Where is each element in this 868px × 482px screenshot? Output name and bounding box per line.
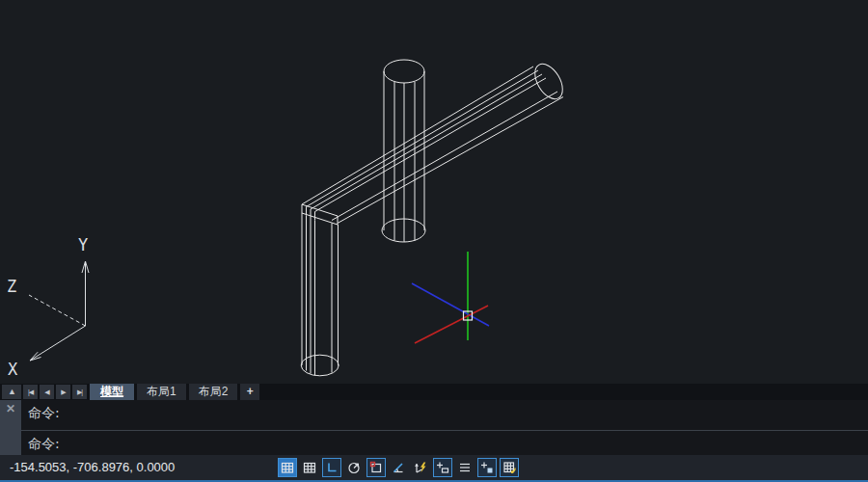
first-tab-button[interactable]: |◀ [23,385,38,399]
polar-tracking-icon[interactable] [344,458,364,477]
status-toggle-icons [278,458,519,477]
tab-layout2[interactable]: 布局2 [189,384,238,400]
crosshair-cursor [412,252,489,343]
ucs-z-label: Z [7,277,16,296]
menu-up-button[interactable]: ▲ [2,385,21,399]
cad-application-window: X Y Z ▲ |◀ ◀ ▶ ▶| 模型 布局1 布局2 + ✕ 命令: [0,0,868,482]
close-icon[interactable]: ✕ [0,400,21,417]
pipe-wireframe-model[interactable] [301,59,568,375]
drawing-viewport[interactable]: X Y Z [0,0,868,384]
command-input-line[interactable]: 命令: [21,431,868,455]
command-history-line: 命令: [21,400,868,430]
grid-display-icon[interactable] [278,458,297,477]
ucs-icon: X Y Z [7,235,89,379]
command-line-panel: ✕ 命令: 命令: [0,400,868,455]
ortho-mode-icon[interactable] [322,458,341,477]
last-tab-button[interactable]: ▶| [72,385,87,399]
tab-model[interactable]: 模型 [90,384,134,400]
object-snap-tracking-icon[interactable] [389,458,408,477]
selection-cycling-icon[interactable] [477,458,497,477]
snap-mode-icon[interactable] [300,458,319,477]
coordinate-readout[interactable]: -154.5053, -706.8976, 0.0000 [10,455,175,480]
annotation-monitor-icon[interactable] [500,458,519,477]
dynamic-input-icon[interactable] [433,458,452,477]
command-panel-gutter: ✕ [0,400,21,455]
prev-tab-button[interactable]: ◀ [40,385,54,399]
dynamic-ucs-icon[interactable] [411,458,430,477]
next-tab-button[interactable]: ▶ [56,385,70,399]
object-snap-icon[interactable] [366,458,386,477]
ucs-x-label: X [8,360,18,379]
lineweight-icon[interactable] [455,458,475,477]
status-bar: -154.5053, -706.8976, 0.0000 [0,455,868,482]
ucs-y-label: Y [78,235,88,254]
add-layout-tab-button[interactable]: + [240,384,259,400]
tab-layout1[interactable]: 布局1 [137,384,186,400]
layout-tab-bar: ▲ |◀ ◀ ▶ ▶| 模型 布局1 布局2 + [0,384,868,400]
